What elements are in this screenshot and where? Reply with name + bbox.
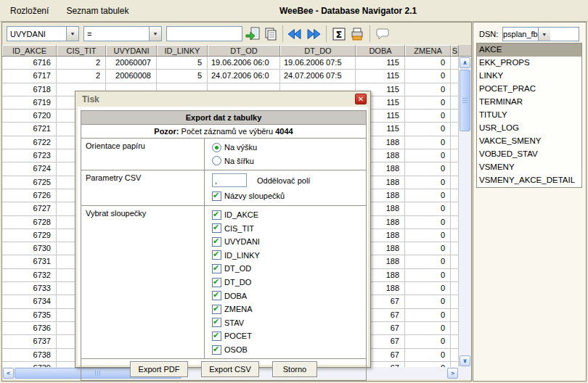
previous-page-icon[interactable] — [286, 25, 303, 42]
chevron-down-icon[interactable]: ▼ — [149, 27, 161, 41]
grid-col-header-dt-od[interactable]: DT_OD — [208, 45, 280, 57]
column-option-id-linky[interactable]: ID_LINKY — [212, 249, 366, 263]
application-window: RozloženíSeznam tabulek WeeBee - Databas… — [0, 0, 588, 383]
scroll-down-icon[interactable]: ∨ — [460, 355, 470, 366]
record-count: 4044 — [275, 127, 293, 136]
radio-selected[interactable] — [212, 143, 221, 152]
export-pdf-button[interactable]: Export PDF — [130, 361, 188, 377]
checkbox-checked[interactable] — [212, 192, 221, 201]
table-cell — [451, 162, 459, 175]
separator-input[interactable] — [212, 173, 247, 187]
column-names-option[interactable]: Názvy sloupečků — [212, 189, 366, 203]
table-list-item-pocet-prac[interactable]: POCET_PRAC — [477, 83, 581, 96]
storno-button[interactable]: Storno — [272, 361, 317, 377]
dialog-titlebar[interactable]: Tisk ✕ — [75, 91, 370, 107]
menu-item-seznam-tabulek[interactable]: Seznam tabulek — [59, 4, 136, 18]
grid-col-header-zmena[interactable]: ZMENA — [405, 45, 451, 57]
table-list-item-vsmeny[interactable]: VSMENY — [477, 161, 581, 174]
table-cell: 6736 — [2, 322, 57, 334]
grid-header: ID_AKCECIS_TITUVYDANIID_LINKYDT_ODDT_DOD… — [2, 45, 471, 57]
grid-col-header-cis-tit[interactable]: CIS_TIT — [57, 45, 106, 57]
table-list: AKCEEKK_PROPSLINKYPOCET_PRACTERMINARTITU… — [476, 43, 582, 188]
table-cell: 6719 — [2, 96, 57, 109]
column-option-uvydani[interactable]: UVYDANI — [212, 235, 366, 249]
chevron-down-icon[interactable]: ▼ — [66, 27, 78, 41]
column-option-dt-do[interactable]: DT_DO — [212, 276, 366, 289]
dsn-combobox[interactable]: psplan_fb ▼ — [502, 27, 579, 41]
grid-col-header-doba[interactable]: DOBA — [356, 45, 405, 57]
column-option-cis-tit[interactable]: CIS_TIT — [212, 221, 366, 235]
checkbox-checked[interactable] — [212, 264, 221, 273]
radio-unselected[interactable] — [212, 156, 221, 165]
scroll-left-icon[interactable]: < — [3, 368, 14, 379]
grid-col-header-id-akce[interactable]: ID_AKCE — [2, 45, 57, 57]
columns-select-label: Vybrat sloupečky — [81, 206, 205, 359]
menu-item-rozlo-en-[interactable]: Rozložení — [3, 4, 56, 18]
table-list-item-linky[interactable]: LINKY — [477, 70, 581, 83]
copy-icon[interactable] — [262, 25, 279, 42]
checkbox-checked[interactable] — [212, 345, 221, 355]
execute-filter-icon[interactable] — [244, 25, 261, 42]
table-list-item-vakce-smeny[interactable]: VAKCE_SMENY — [477, 135, 581, 148]
vertical-scrollbar-thumb[interactable] — [460, 70, 470, 131]
orientation-option-na-ku[interactable]: Na šířku — [212, 155, 366, 168]
checkbox-checked[interactable] — [212, 278, 221, 287]
column-option-label: DOBA — [224, 292, 247, 300]
column-option-osob[interactable]: OSOB — [212, 343, 366, 357]
comment-icon[interactable] — [374, 25, 391, 42]
table-cell: 6730 — [2, 242, 57, 255]
column-option-label: CIS_TIT — [224, 224, 254, 233]
checkbox-checked[interactable] — [212, 331, 221, 341]
column-option-id-akce[interactable]: ID_AKCE — [212, 208, 366, 222]
table-list-item-usr-log[interactable]: USR_LOG — [477, 122, 581, 135]
table-cell — [451, 176, 459, 189]
filter-value-input[interactable] — [166, 26, 242, 41]
checkbox-checked[interactable] — [212, 305, 221, 314]
checkbox-checked[interactable] — [212, 223, 221, 233]
table-list-item-terminar[interactable]: TERMINAR — [477, 96, 581, 109]
table-list-item-vsmeny-akce-detail[interactable]: VSMENY_AKCE_DETAIL — [477, 174, 581, 187]
column-option-doba[interactable]: DOBA — [212, 289, 366, 302]
grid-col-header-uvydani[interactable]: UVYDANI — [106, 45, 157, 57]
scroll-right-icon[interactable]: > — [447, 368, 458, 379]
checkbox-checked[interactable] — [212, 210, 221, 220]
vertical-scrollbar[interactable]: ∧ ∨ — [459, 57, 471, 367]
warning-prefix: Pozor: — [154, 127, 179, 136]
table-row[interactable]: 6717220060008524.07.2006 06:024.07.2006 … — [2, 70, 459, 83]
sum-icon[interactable]: Σ — [330, 25, 347, 42]
table-list-item-vobjed-stav[interactable]: VOBJED_STAV — [477, 148, 581, 161]
table-row[interactable]: 6716220060007519.06.2006 06:019.06.2006 … — [2, 57, 459, 70]
table-cell — [451, 269, 459, 281]
next-page-icon[interactable] — [305, 25, 322, 42]
print-icon[interactable] — [348, 25, 365, 42]
export-csv-button[interactable]: Export CSV — [201, 361, 259, 377]
checkbox-checked[interactable] — [212, 318, 221, 327]
table-cell: 0 — [405, 255, 451, 268]
table-list-item-akce[interactable]: AKCE — [477, 44, 581, 57]
checkbox-checked[interactable] — [212, 250, 221, 260]
table-cell — [451, 349, 459, 361]
grid-col-header-s[interactable]: S — [451, 45, 459, 57]
checkbox-checked[interactable] — [212, 237, 221, 247]
filter-operator-combobox[interactable]: = ▼ — [83, 26, 162, 41]
grid-col-header-dt-do[interactable]: DT_DO — [280, 45, 356, 57]
table-cell: 6718 — [2, 83, 57, 96]
chevron-down-icon[interactable]: ▼ — [538, 28, 550, 41]
filter-field-combobox[interactable]: UVYDANI ▼ — [7, 26, 79, 41]
table-list-item-ekk-props[interactable]: EKK_PROPS — [477, 57, 581, 70]
checkbox-checked[interactable] — [212, 291, 221, 300]
table-cell: 6716 — [2, 57, 57, 69]
close-icon[interactable]: ✕ — [355, 94, 367, 104]
table-cell: 0 — [405, 162, 451, 175]
table-cell — [451, 83, 459, 96]
table-cell — [451, 295, 459, 308]
scroll-up-icon[interactable]: ∧ — [460, 57, 470, 68]
grid-col-header-id-linky[interactable]: ID_LINKY — [157, 45, 208, 57]
column-option-dt-od[interactable]: DT_OD — [212, 262, 366, 276]
table-cell: 6739 — [2, 362, 57, 367]
table-list-item-tituly[interactable]: TITULY — [477, 109, 581, 122]
column-option-stav[interactable]: STAV — [212, 316, 366, 330]
orientation-option-na-v-ku[interactable]: Na výšku — [212, 141, 366, 155]
column-option-pocet[interactable]: POCET — [212, 329, 366, 343]
column-option-zmena[interactable]: ZMENA — [212, 302, 366, 316]
